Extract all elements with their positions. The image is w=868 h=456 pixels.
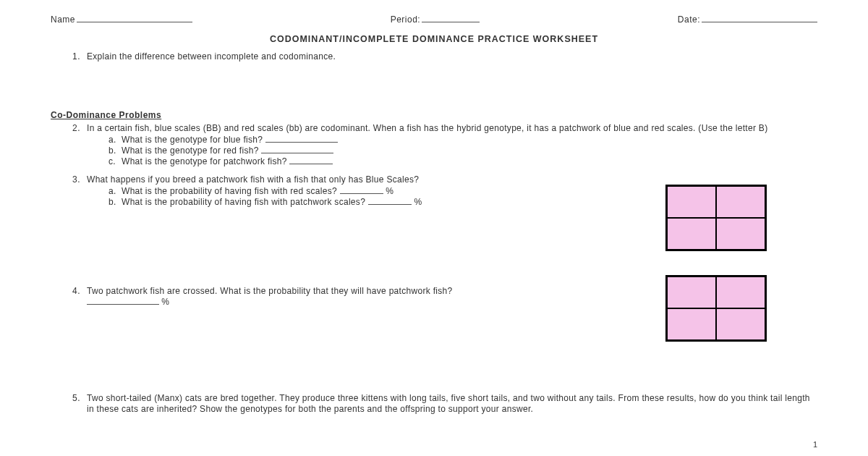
q3b-letter: b. bbox=[109, 197, 116, 208]
section-codominance: Co-Dominance Problems bbox=[51, 110, 817, 121]
q2-sublist: a. What is the genotype for blue fish? b… bbox=[87, 135, 817, 167]
punnett-cell[interactable] bbox=[716, 308, 765, 340]
date-label: Date: bbox=[678, 14, 700, 25]
page-number: 1 bbox=[813, 440, 817, 450]
q2b-text: What is the genotype for red fish? bbox=[122, 145, 259, 156]
name-field[interactable]: Name bbox=[51, 14, 192, 25]
q4-pct: % bbox=[161, 297, 169, 307]
punnett-cell[interactable] bbox=[667, 276, 716, 308]
q2c: c. What is the genotype for patchwork fi… bbox=[109, 156, 817, 167]
q2b: b. What is the genotype for red fish? bbox=[109, 145, 817, 156]
q2-text: In a certain fish, blue scales (BB) and … bbox=[87, 123, 767, 133]
q3-text: What happens if you breed a patchwork fi… bbox=[87, 174, 419, 185]
q2b-letter: b. bbox=[109, 145, 116, 156]
punnett-cell[interactable] bbox=[667, 308, 716, 340]
q1-number: 1. bbox=[72, 51, 80, 62]
name-label: Name bbox=[51, 14, 75, 25]
q2a-text: What is the genotype for blue fish? bbox=[122, 135, 263, 145]
q2a-letter: a. bbox=[109, 135, 116, 145]
punnett-cell[interactable] bbox=[716, 276, 765, 308]
q1-text: Explain the difference between incomplet… bbox=[87, 51, 336, 62]
q2a-blank[interactable] bbox=[265, 142, 338, 143]
q2c-letter: c. bbox=[109, 156, 116, 167]
q3b-pct: % bbox=[414, 197, 422, 207]
q2b-blank[interactable] bbox=[261, 153, 333, 153]
q2c-text: What is the genotype for patchwork fish? bbox=[122, 156, 287, 166]
question-2: 2. In a certain fish, blue scales (BB) a… bbox=[51, 123, 817, 167]
q2-number: 2. bbox=[72, 123, 80, 134]
punnett-cell[interactable] bbox=[716, 186, 765, 218]
question-5: 5. Two short-tailed (Manx) cats are bred… bbox=[51, 393, 817, 415]
punnett-square-1[interactable] bbox=[665, 185, 767, 251]
q4-number: 4. bbox=[72, 286, 80, 297]
q3a-pct: % bbox=[386, 186, 393, 196]
period-blank[interactable] bbox=[422, 22, 480, 22]
q4-blank[interactable] bbox=[87, 304, 159, 305]
question-1: 1. Explain the difference between incomp… bbox=[51, 51, 817, 62]
punnett-cell[interactable] bbox=[716, 218, 765, 250]
q2c-blank[interactable] bbox=[289, 164, 333, 164]
punnett-square-2[interactable] bbox=[665, 275, 767, 342]
q3b-blank[interactable] bbox=[368, 204, 412, 205]
punnett-cell[interactable] bbox=[667, 186, 716, 218]
q2a: a. What is the genotype for blue fish? bbox=[109, 135, 817, 145]
period-field[interactable]: Period: bbox=[391, 14, 480, 25]
q4-text: Two patchwork fish are crossed. What is … bbox=[87, 286, 453, 296]
date-blank[interactable] bbox=[702, 22, 817, 22]
date-field[interactable]: Date: bbox=[678, 14, 817, 25]
q3-number: 3. bbox=[72, 174, 80, 185]
worksheet-header: Name Period: Date: bbox=[51, 14, 817, 25]
q5-text: Two short-tailed (Manx) cats are bred to… bbox=[87, 393, 810, 414]
name-blank[interactable] bbox=[77, 22, 192, 22]
worksheet-title: CODOMINANT/INCOMPLETE DOMINANCE PRACTICE… bbox=[51, 34, 817, 46]
q3a-text: What is the probability of having fish w… bbox=[122, 186, 337, 196]
q3b-text: What is the probability of having fish w… bbox=[122, 197, 365, 207]
q3a-blank[interactable] bbox=[340, 193, 383, 194]
period-label: Period: bbox=[391, 14, 421, 25]
q3a-letter: a. bbox=[109, 186, 116, 197]
punnett-cell[interactable] bbox=[667, 218, 716, 250]
q5-number: 5. bbox=[72, 393, 80, 404]
